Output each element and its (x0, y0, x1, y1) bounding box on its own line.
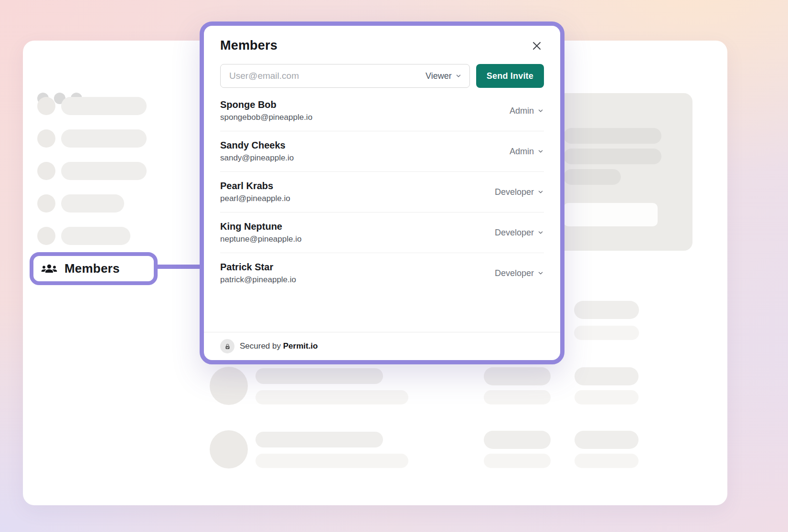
member-name: Sponge Bob (220, 99, 312, 110)
skeleton-input (564, 203, 658, 226)
skeleton-bar (61, 227, 130, 245)
highlight-connector-line (157, 265, 201, 269)
skeleton-bar (256, 368, 383, 384)
skeleton-bar (61, 129, 147, 148)
member-role-dropdown[interactable]: Admin (510, 106, 544, 116)
skeleton-bar (256, 390, 408, 404)
skeleton-bar (484, 431, 551, 449)
member-name: Patrick Star (220, 262, 296, 273)
skeleton-avatar (210, 367, 248, 405)
member-identity: Pearl Krabspearl@pineapple.io (220, 181, 290, 203)
member-identity: Patrick Starpatrick@pineapple.io (220, 262, 296, 285)
chevron-down-icon (455, 73, 462, 79)
member-role-dropdown[interactable]: Developer (495, 187, 544, 197)
modal-footer: Secured by Permit.io (204, 332, 560, 360)
skeleton-bar (484, 454, 551, 468)
member-role-value: Developer (495, 228, 534, 238)
skeleton-avatar (37, 227, 55, 245)
invite-role-dropdown[interactable]: Viewer (426, 71, 462, 81)
members-modal: Members Viewer Send Invite Sponge Bobspo… (200, 21, 564, 364)
member-role-value: Admin (510, 147, 534, 157)
skeleton-bar (484, 367, 551, 385)
invite-role-value: Viewer (426, 71, 452, 81)
modal-title: Members (220, 38, 277, 53)
skeleton-avatar (37, 194, 55, 213)
skeleton-avatar (37, 97, 55, 115)
skeleton-bar (61, 162, 147, 180)
skeleton-bar (256, 454, 408, 468)
member-row: Patrick Starpatrick@pineapple.ioDevelope… (220, 253, 544, 293)
member-name: Pearl Krabs (220, 181, 290, 192)
skeleton-avatar (210, 430, 248, 468)
skeleton-bar (564, 169, 621, 185)
member-role-value: Developer (495, 187, 534, 197)
skeleton-bar (574, 301, 639, 319)
permit-lock-icon (220, 339, 234, 353)
invite-email-field[interactable]: Viewer (220, 64, 470, 88)
member-row: Sponge Bobspongebob@pineapple.ioAdmin (220, 91, 544, 131)
skeleton-bar (575, 367, 639, 385)
skeleton-bar (61, 97, 147, 115)
member-identity: Sponge Bobspongebob@pineapple.io (220, 99, 312, 122)
chevron-down-icon (537, 229, 544, 236)
member-email: neptune@pineapple.io (220, 234, 301, 244)
send-invite-button[interactable]: Send Invite (476, 64, 544, 88)
member-row: King Neptuneneptune@pineapple.ioDevelope… (220, 213, 544, 253)
member-role-dropdown[interactable]: Admin (510, 147, 544, 157)
skeleton-bar (564, 149, 661, 164)
modal-header: Members (220, 38, 544, 53)
sidebar-item-members[interactable]: Members (30, 252, 158, 285)
skeleton-bar (256, 432, 383, 447)
sidebar-members-label: Members (64, 261, 120, 276)
member-email: spongebob@pineapple.io (220, 113, 312, 122)
skeleton-bar (575, 431, 639, 449)
member-name: King Neptune (220, 221, 301, 232)
invite-email-input[interactable] (228, 70, 426, 82)
skeleton-bar (484, 390, 551, 404)
chevron-down-icon (537, 148, 544, 155)
member-email: patrick@pineapple.io (220, 275, 296, 285)
skeleton-bar (574, 326, 639, 340)
member-role-dropdown[interactable]: Developer (495, 228, 544, 238)
member-identity: Sandy Cheekssandy@pineapple.io (220, 140, 294, 163)
member-role-value: Developer (495, 268, 534, 278)
close-icon[interactable] (530, 39, 544, 53)
secured-by-text: Secured by Permit.io (240, 341, 318, 351)
member-name: Sandy Cheeks (220, 140, 294, 151)
chevron-down-icon (537, 270, 544, 277)
member-role-dropdown[interactable]: Developer (495, 268, 544, 278)
invite-row: Viewer Send Invite (220, 64, 544, 88)
skeleton-bar (575, 454, 639, 468)
members-people-icon (41, 263, 57, 275)
skeleton-bar (61, 194, 124, 213)
member-list: Sponge Bobspongebob@pineapple.ioAdminSan… (220, 91, 544, 293)
chevron-down-icon (537, 189, 544, 195)
member-row: Pearl Krabspearl@pineapple.ioDeveloper (220, 172, 544, 213)
skeleton-bar (575, 390, 639, 404)
member-role-value: Admin (510, 106, 534, 116)
skeleton-avatar (37, 129, 55, 148)
chevron-down-icon (537, 107, 544, 114)
permit-brand: Permit.io (283, 341, 318, 351)
member-email: sandy@pineapple.io (220, 153, 294, 163)
member-identity: King Neptuneneptune@pineapple.io (220, 221, 301, 244)
skeleton-avatar (37, 162, 55, 180)
member-row: Sandy Cheekssandy@pineapple.ioAdmin (220, 131, 544, 172)
member-email: pearl@pineapple.io (220, 194, 290, 203)
skeleton-bar (564, 128, 661, 144)
